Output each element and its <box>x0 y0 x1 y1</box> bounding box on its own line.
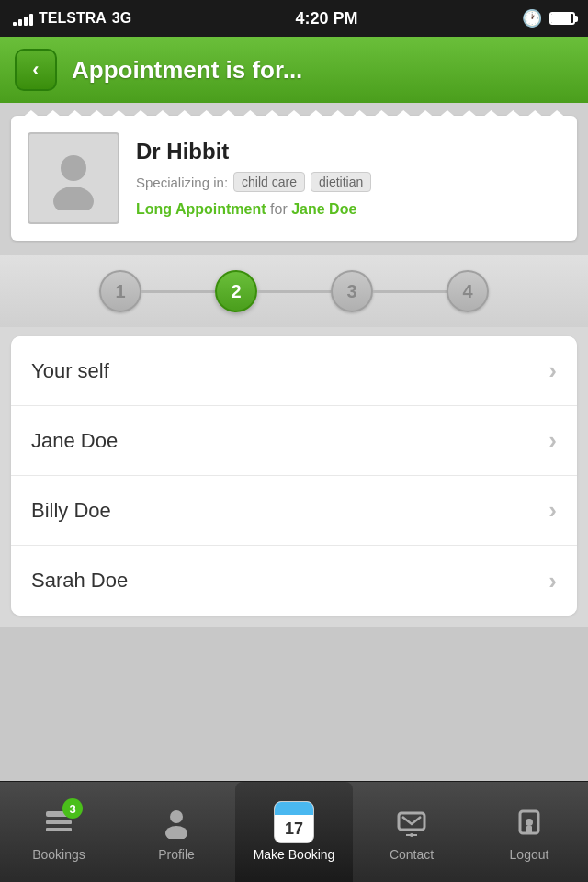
page-title: Appointment is for... <box>72 56 302 85</box>
step-2: 2 <box>215 270 257 312</box>
header: ‹ Appointment is for... <box>0 37 588 103</box>
tab-make-booking[interactable]: 17 Make Booking <box>235 782 353 882</box>
bookings-badge: 3 <box>62 798 83 819</box>
appointment-line: Long Appointment for Jane Doe <box>136 201 560 218</box>
bookings-label: Bookings <box>32 847 85 862</box>
carrier-label: TELSTRA <box>39 10 107 27</box>
svg-rect-12 <box>526 826 532 833</box>
list-item-label: Your self <box>31 359 109 383</box>
battery-icon <box>549 12 575 25</box>
doctor-info: Dr Hibbit Specializing in: child care di… <box>136 139 560 218</box>
profile-icon-wrap <box>156 802 197 842</box>
contact-icon <box>395 806 428 839</box>
svg-rect-3 <box>46 820 72 824</box>
chevron-right-icon: › <box>548 567 557 595</box>
specializing-line: Specializing in: child care dietitian <box>136 172 560 192</box>
list-item[interactable]: Your self › <box>11 336 577 406</box>
svg-point-11 <box>526 819 533 826</box>
bookings-icon-wrap: 3 <box>39 802 79 842</box>
for-label: for <box>270 201 288 217</box>
network-label: 3G <box>112 10 131 27</box>
list-item-label: Sarah Doe <box>31 569 128 593</box>
contact-label: Contact <box>390 847 434 862</box>
doctor-name: Dr Hibbit <box>136 139 560 164</box>
signal-icon <box>13 11 33 26</box>
step-line-2 <box>257 290 331 293</box>
svg-point-0 <box>61 155 86 181</box>
logout-icon-wrap <box>509 802 549 842</box>
back-icon: ‹ <box>32 58 39 82</box>
step-4-label: 4 <box>462 281 472 302</box>
clock-icon: 🕐 <box>522 8 542 28</box>
doctor-card-container: Dr Hibbit Specializing in: child care di… <box>0 103 588 255</box>
svg-rect-7 <box>399 813 424 830</box>
avatar-icon <box>41 146 106 210</box>
status-bar: TELSTRA 3G 4:20 PM 🕐 <box>0 0 588 37</box>
svg-point-5 <box>170 810 183 823</box>
steps-container: 1 2 3 4 <box>0 255 588 327</box>
tab-bar: 3 Bookings Profile 17 Make Booking <box>0 781 588 882</box>
make-booking-icon-wrap: 17 <box>274 802 314 842</box>
make-booking-label: Make Booking <box>254 847 335 862</box>
appointment-patient: Jane Doe <box>291 201 356 217</box>
step-4: 4 <box>447 270 489 312</box>
logout-label: Logout <box>510 847 549 862</box>
tab-profile[interactable]: Profile <box>118 782 235 882</box>
profile-icon <box>160 806 193 839</box>
step-line-1 <box>141 290 215 293</box>
specializing-label: Specializing in: <box>136 175 228 190</box>
calendar-day: 17 <box>275 815 313 842</box>
list-item[interactable]: Jane Doe › <box>11 406 577 476</box>
chevron-right-icon: › <box>548 426 557 455</box>
back-button[interactable]: ‹ <box>15 49 57 91</box>
list-container: Your self › Jane Doe › Billy Doe › Sarah… <box>0 327 588 627</box>
list-item[interactable]: Billy Doe › <box>11 476 577 546</box>
profile-label: Profile <box>158 847 195 862</box>
chevron-right-icon: › <box>548 356 557 385</box>
doctor-avatar <box>28 132 119 224</box>
step-3: 3 <box>331 270 373 312</box>
step-line-3 <box>373 290 447 293</box>
appointment-type: Long Appointment <box>136 201 266 217</box>
tab-contact[interactable]: Contact <box>353 782 470 882</box>
step-1-label: 1 <box>115 281 125 302</box>
step-1: 1 <box>99 270 141 312</box>
doctor-card: Dr Hibbit Specializing in: child care di… <box>11 116 577 241</box>
svg-point-6 <box>165 826 187 839</box>
time-label: 4:20 PM <box>296 9 358 28</box>
logout-icon <box>513 806 546 839</box>
tab-bookings[interactable]: 3 Bookings <box>0 782 118 882</box>
contact-icon-wrap <box>391 802 432 842</box>
list-item-label: Jane Doe <box>31 429 118 453</box>
tab-logout[interactable]: Logout <box>470 782 588 882</box>
chevron-right-icon: › <box>548 496 557 525</box>
svg-point-1 <box>53 187 94 210</box>
step-3-label: 3 <box>346 281 356 302</box>
patient-list: Your self › Jane Doe › Billy Doe › Sarah… <box>11 336 577 616</box>
step-2-label: 2 <box>231 281 241 302</box>
calendar-icon: 17 <box>274 801 314 843</box>
tag-childcare: child care <box>233 172 305 192</box>
list-item-label: Billy Doe <box>31 499 111 523</box>
list-item[interactable]: Sarah Doe › <box>11 546 577 616</box>
svg-rect-4 <box>46 828 72 831</box>
tag-dietitian: dietitian <box>311 172 371 192</box>
